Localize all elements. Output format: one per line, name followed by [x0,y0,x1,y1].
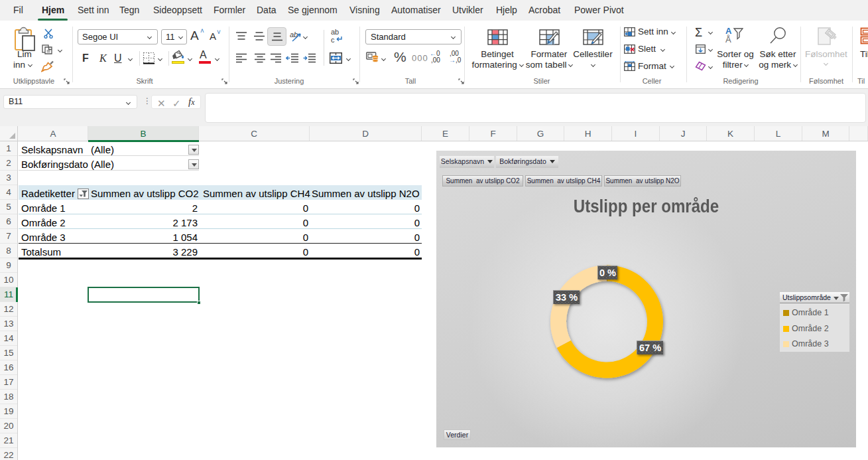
svg-text:c: c [331,36,335,44]
svg-text:ab: ab [331,28,339,36]
svg-text:Å: Å [725,35,731,44]
